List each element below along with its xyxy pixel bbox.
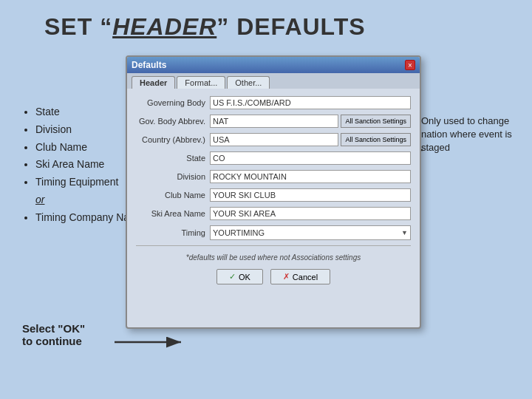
cancel-label: Cancel bbox=[293, 273, 318, 282]
form-row-timing: Timing YOURTIMING ▼ bbox=[136, 225, 411, 240]
dialog-title: Defaults bbox=[132, 60, 166, 70]
dialog-close-button[interactable]: × bbox=[405, 60, 415, 70]
tab-other[interactable]: Other... bbox=[227, 76, 270, 89]
dialog-tabs: Header Format... Other... bbox=[127, 73, 420, 89]
label-ski-area: Ski Area Name bbox=[136, 209, 210, 218]
label-club-name: Club Name bbox=[136, 191, 210, 200]
note-box: Only used to change nation where event i… bbox=[421, 115, 517, 155]
form-row-state: State CO bbox=[136, 151, 411, 165]
field-gov-abbrev[interactable]: NAT bbox=[210, 115, 338, 128]
field-state[interactable]: CO bbox=[210, 151, 411, 165]
dialog-actions: ✓ OK ✗ Cancel bbox=[136, 265, 411, 287]
form-row-ski-area: Ski Area Name YOUR SKI AREA bbox=[136, 207, 411, 220]
label-governing-body: Governing Body bbox=[136, 98, 210, 107]
form-row-governing-body: Governing Body US F.I.S./COMB/ARD bbox=[136, 96, 411, 109]
field-timing-select[interactable]: YOURTIMING ▼ bbox=[210, 225, 411, 240]
dialog-titlebar: Defaults × bbox=[127, 57, 420, 73]
ok-icon: ✓ bbox=[229, 272, 236, 282]
country-settings-btn[interactable]: All Sanction Settings bbox=[341, 133, 411, 146]
tab-format[interactable]: Format... bbox=[177, 76, 225, 89]
form-row-country: Country (Abbrev.) USA All Sanction Setti… bbox=[136, 133, 411, 146]
field-group-country: USA All Sanction Settings bbox=[210, 133, 411, 146]
field-club-name[interactable]: YOUR SKI CLUB bbox=[210, 188, 411, 202]
gov-abbrev-settings-btn[interactable]: All Sanction Settings bbox=[341, 115, 411, 128]
select-ok-label: Select "OK"to continue bbox=[22, 322, 85, 347]
field-governing-body[interactable]: US F.I.S./COMB/ARD bbox=[210, 96, 411, 109]
page-title: SET “HEADER” DEFAULTS bbox=[44, 13, 366, 41]
label-division: Division bbox=[136, 172, 210, 181]
defaults-dialog: Defaults × Header Format... Other... Gov… bbox=[126, 55, 421, 329]
form-row-gov-abbrev: Gov. Body Abbrev. NAT All Sanction Setti… bbox=[136, 115, 411, 128]
cancel-button[interactable]: ✗ Cancel bbox=[270, 269, 330, 284]
cancel-icon: ✗ bbox=[283, 272, 290, 282]
select-ok-arrow bbox=[115, 331, 188, 353]
dialog-footer-note: *defaults will be used where not Associa… bbox=[136, 250, 411, 265]
field-ski-area[interactable]: YOUR SKI AREA bbox=[210, 207, 411, 220]
dialog-separator bbox=[136, 245, 411, 246]
timing-dropdown-arrow: ▼ bbox=[401, 229, 408, 236]
timing-value: YOURTIMING bbox=[213, 228, 265, 237]
tab-header[interactable]: Header bbox=[132, 76, 175, 89]
field-division[interactable]: ROCKY MOUNTAIN bbox=[210, 170, 411, 183]
label-gov-abbrev: Gov. Body Abbrev. bbox=[136, 117, 210, 126]
ok-label: OK bbox=[239, 273, 250, 282]
field-country[interactable]: USA bbox=[210, 133, 338, 146]
ok-button[interactable]: ✓ OK bbox=[216, 269, 263, 284]
dialog-body: Governing Body US F.I.S./COMB/ARD Gov. B… bbox=[127, 89, 420, 293]
label-timing: Timing bbox=[136, 228, 210, 237]
field-group-gov-abbrev: NAT All Sanction Settings bbox=[210, 115, 411, 128]
form-row-club-name: Club Name YOUR SKI CLUB bbox=[136, 188, 411, 202]
label-country: Country (Abbrev.) bbox=[136, 135, 210, 144]
label-state: State bbox=[136, 154, 210, 163]
form-row-division: Division ROCKY MOUNTAIN bbox=[136, 170, 411, 183]
